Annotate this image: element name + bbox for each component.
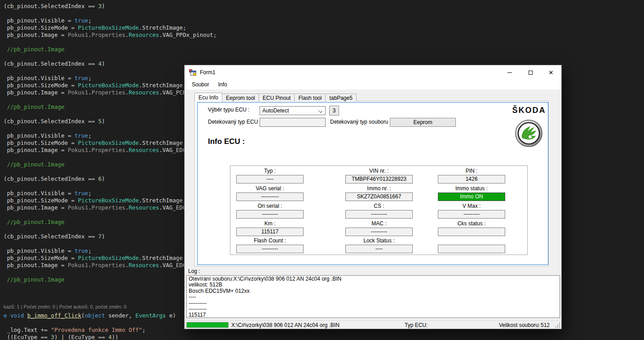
field-value-box[interactable]: --------- (236, 210, 304, 219)
status-size-label: Velikost souboru: (499, 322, 540, 328)
code-line: pb_pinout.Image = Pokus1.Properties.Reso… (4, 31, 216, 39)
field-label: V Max : (438, 203, 505, 209)
log-label: Log : (188, 268, 200, 274)
field-label: CS : (345, 203, 413, 209)
info-ecu-heading: Info ECU : (208, 137, 245, 146)
field-label: VAG serial : (236, 185, 304, 192)
tab-flash-tool[interactable]: Flash tool (294, 94, 326, 102)
code-line: ((EcuType == 3) | (EcuType == 4)) (4, 334, 216, 340)
menu-item-soubor[interactable]: Soubor (187, 80, 214, 89)
field-value-box[interactable]: SKZ7Z0A0851667 (345, 192, 413, 201)
close-icon: ✕ (549, 70, 554, 76)
code-line: (cb_pinout.SelectedIndex == 3) (4, 3, 216, 10)
menu-item-info[interactable]: Info (214, 80, 232, 89)
skoda-wordmark: ŠKODA (507, 106, 551, 115)
field-value-box[interactable]: 115117 (236, 228, 304, 236)
log-line: ---- (189, 294, 558, 300)
field-value-box[interactable]: TMBPF46Y013228923 (345, 175, 413, 183)
field-label: Immo status : (438, 185, 505, 192)
chevron-down-icon (318, 109, 322, 113)
status-size-value: 512 (541, 322, 550, 328)
eeprom-button[interactable]: Eeprom (390, 118, 456, 127)
immo-status-box[interactable]: Immo ON (438, 192, 505, 201)
log-line: Otevírání souboru:X:\C#\vzorky\038 906 0… (189, 276, 558, 282)
field-value-box[interactable]: --------- (236, 245, 304, 253)
field-value-box[interactable] (438, 245, 505, 253)
field-label: Immo nr. : (345, 185, 413, 192)
log-line: velikost: 512B (189, 282, 558, 288)
code-line (4, 10, 216, 17)
code-line (4, 39, 216, 46)
form-window: Form1 ✕ SouborInfo Ecu InfoEeprom toolEC… (184, 65, 562, 329)
progress-bar (186, 322, 229, 328)
ecu-type-combobox[interactable]: AutoDetect (260, 106, 326, 115)
field-value-box[interactable]: ---------- (236, 192, 304, 201)
ecu-select-label: Výběr typu ECU : (208, 107, 250, 113)
close-button[interactable]: ✕ (541, 65, 561, 80)
field-label: Typ : (236, 168, 304, 174)
tab-tabpage5[interactable]: tabPage5 (325, 94, 356, 102)
small-3-button[interactable]: 3 (329, 106, 339, 116)
field-value-box[interactable]: --------- (438, 210, 505, 219)
field-value-box[interactable]: --------- (345, 210, 413, 219)
field-value-box[interactable]: 1426 (438, 175, 505, 183)
detected-file-label: Detekovaný typ souboru : (330, 119, 391, 125)
codelens-references[interactable]: kazů: 1 | Počet změn: 0 | Počet autorů: … (4, 304, 127, 309)
code-line: pb_pinout.Visible = true; (4, 17, 216, 24)
field-label: VIN nr. : (345, 168, 413, 174)
skoda-brand: ŠKODA (507, 106, 551, 115)
detected-ecu-textbox[interactable] (260, 118, 326, 127)
screen: (cb_pinout.SelectedIndex == 3) pb_pinout… (0, 0, 644, 340)
tab-ecu-pinout[interactable]: ECU Pinout (259, 94, 295, 102)
log-textbox[interactable]: Otevírání souboru:X:\C#\vzorky\038 906 0… (186, 275, 560, 318)
log-line: 115117 (189, 312, 558, 318)
field-value-box[interactable]: ---- (345, 245, 413, 253)
code-line (4, 53, 216, 60)
field-label: Ori serial : (236, 203, 304, 209)
status-bar: X:\C#\vzorky\038 906 012 AN 24c04 org .B… (185, 320, 561, 329)
field-value-box[interactable]: ---- (236, 175, 304, 183)
field-label: Km : (236, 220, 304, 227)
log-line: ---------- (189, 306, 558, 312)
tab-eeprom-tool[interactable]: Eeprom tool (222, 94, 259, 102)
log-line: ---------- (189, 300, 558, 306)
status-ecu-type: Typ ECU: (405, 322, 428, 328)
code-line: pb_pinout.SizeMode = PictureBoxSizeMode.… (4, 24, 216, 31)
menu-bar: SouborInfo (185, 80, 561, 89)
form-icon (189, 69, 196, 76)
resize-grip[interactable] (555, 322, 560, 328)
minimize-icon (507, 72, 512, 73)
minimize-button[interactable] (499, 65, 520, 80)
field-label: Flash Count : (236, 237, 304, 244)
field-label: Cks status : (438, 220, 505, 227)
titlebar[interactable]: Form1 ✕ (185, 65, 561, 80)
field-label: Lock Status : (345, 237, 413, 244)
maximize-button[interactable] (520, 65, 541, 80)
ecu-values-grid: Typ :----VAG serial :----------Ori seria… (230, 166, 528, 255)
skoda-logo-icon (515, 119, 543, 148)
ecu-info-panel: Výběr typu ECU : AutoDetect 3 Detekovaný… (197, 102, 548, 265)
detected-ecu-label: Detekovaný typ ECU : (208, 119, 261, 125)
maximize-icon (529, 71, 533, 75)
tab-strip: Ecu InfoEeprom toolECU PinoutFlash toolt… (194, 93, 356, 102)
tabpage-ecu-info: Výběr typu ECU : AutoDetect 3 Detekovaný… (194, 101, 549, 266)
ecu-type-combobox-value: AutoDetect (262, 107, 289, 114)
field-label: PIN : (438, 168, 505, 174)
code-line: //pb_pinout.Image (4, 46, 216, 53)
field-value-box[interactable] (438, 228, 505, 236)
tab-ecu-info[interactable]: Ecu Info (194, 93, 222, 102)
window-title: Form1 (200, 69, 216, 76)
status-file-path: X:\C#\vzorky\038 906 012 AN 24c04 org .B… (231, 322, 340, 328)
field-label: MAC : (345, 220, 413, 227)
field-value-box[interactable]: --------- (345, 228, 413, 236)
log-line: Bosch EDC15VM+ 012xx (189, 288, 558, 294)
